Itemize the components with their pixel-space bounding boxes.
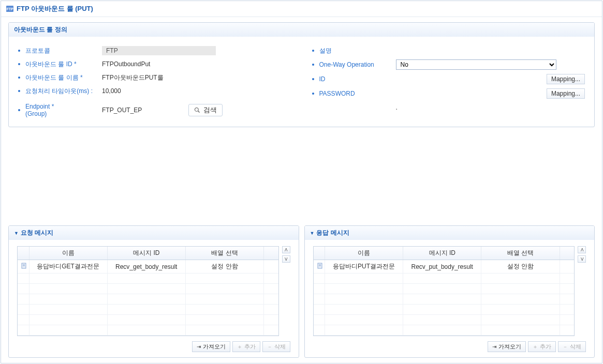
request-header[interactable]: ▼ 요청 메시지 bbox=[9, 226, 299, 240]
bullet-icon bbox=[18, 77, 20, 79]
request-title: 요청 메시지 bbox=[21, 229, 53, 237]
request-add-button[interactable]: ＋ 추가 bbox=[232, 341, 260, 352]
table-row-empty bbox=[18, 305, 278, 315]
response-row-array: 설정 안함 bbox=[481, 260, 560, 274]
request-body: 이름 메시지 ID 배열 선택 bbox=[9, 240, 299, 357]
response-row-msgid: Recv_put_body_result bbox=[403, 260, 481, 274]
request-col-name: 이름 bbox=[29, 247, 107, 260]
oneway-select[interactable]: No bbox=[396, 59, 556, 70]
table-row-empty bbox=[18, 325, 278, 336]
field-description: 설명 bbox=[312, 44, 585, 57]
response-reorder: ᐱ ᐯ bbox=[578, 246, 586, 263]
response-col-icon bbox=[314, 247, 325, 260]
page-header: FTP FTP 아웃바운드 룰 (PUT) bbox=[1, 1, 602, 17]
response-header-row: 이름 메시지 ID 배열 선택 bbox=[314, 247, 575, 260]
response-delete-button[interactable]: － 삭제 bbox=[558, 341, 586, 352]
table-row-empty bbox=[314, 274, 575, 284]
mapping-label: Mapping... bbox=[551, 90, 580, 97]
response-grid: 이름 메시지 ID 배열 선택 bbox=[313, 246, 575, 336]
add-label: 추가 bbox=[540, 343, 551, 351]
request-col-msgid: 메시지 ID bbox=[107, 247, 185, 260]
protocol-label: 프로토콜 bbox=[25, 47, 102, 55]
bullet-icon bbox=[18, 50, 20, 52]
request-col-icon bbox=[18, 247, 29, 260]
request-grid-area: 이름 메시지 ID 배열 선택 bbox=[17, 246, 290, 336]
table-row-empty bbox=[314, 325, 575, 336]
svg-line-1 bbox=[198, 111, 200, 113]
field-id: ID Mapping... bbox=[312, 72, 585, 86]
move-up-button[interactable]: ᐱ bbox=[578, 246, 586, 253]
bullet-icon bbox=[312, 93, 314, 95]
mapping-label: Mapping... bbox=[551, 75, 580, 83]
response-body: 이름 메시지 ID 배열 선택 bbox=[305, 240, 595, 357]
response-title: 응답 메시지 bbox=[316, 229, 349, 237]
endpoint-search-button[interactable]: 검색 bbox=[188, 104, 223, 116]
request-row-msgid: Recv_get_body_result bbox=[107, 260, 185, 274]
table-row[interactable]: 응답바디GET결과전문 Recv_get_body_result 설정 안함 bbox=[18, 260, 278, 274]
endpoint-value: FTP_OUT_EP bbox=[102, 107, 142, 114]
search-icon bbox=[194, 107, 200, 113]
minus-icon: － bbox=[267, 343, 272, 351]
table-row-empty bbox=[18, 294, 278, 305]
delete-label: 삭제 bbox=[274, 343, 286, 351]
import-label: 가져오기 bbox=[203, 343, 226, 351]
id-mapping-button[interactable]: Mapping... bbox=[547, 74, 585, 84]
bullet-icon bbox=[18, 90, 20, 92]
search-button-label: 검색 bbox=[203, 105, 217, 115]
endpoint-label-line2: (Group) bbox=[25, 110, 47, 117]
field-timeout: 요청처리 타임아웃(ms) : 10,000 bbox=[18, 84, 291, 98]
oneway-label: One-Way Operation bbox=[319, 61, 396, 68]
move-down-button[interactable]: ᐯ bbox=[578, 255, 586, 263]
definition-title: 아웃바운드 룰 정의 bbox=[14, 25, 67, 34]
rule-name-label: 아웃바운드 룰 이름 * bbox=[25, 73, 102, 82]
response-buttons: ⇥ 가져오기 ＋ 추가 － 삭제 bbox=[313, 341, 586, 352]
response-col-array: 배열 선택 bbox=[481, 247, 560, 260]
request-table: 이름 메시지 ID 배열 선택 bbox=[18, 247, 278, 336]
page-frame: FTP FTP 아웃바운드 룰 (PUT) 아웃바운드 룰 정의 프로토콜 FT… bbox=[1, 1, 602, 363]
request-row-array: 설정 안함 bbox=[185, 260, 263, 274]
endpoint-label: Endpoint * (Group) bbox=[25, 103, 102, 117]
table-row[interactable]: 응답바디PUT결과전문 Recv_put_body_result 설정 안함 bbox=[314, 260, 575, 274]
response-grid-area: 이름 메시지 ID 배열 선택 bbox=[313, 246, 586, 336]
table-row-empty bbox=[314, 294, 575, 305]
ftp-icon: FTP bbox=[6, 6, 13, 12]
delete-label: 삭제 bbox=[570, 343, 581, 351]
request-col-spacer bbox=[264, 247, 278, 260]
move-up-button[interactable]: ᐱ bbox=[282, 246, 290, 253]
add-label: 추가 bbox=[244, 343, 256, 351]
response-col-name: 이름 bbox=[325, 247, 403, 260]
response-add-button[interactable]: ＋ 추가 bbox=[528, 341, 556, 352]
request-panel: ▼ 요청 메시지 이름 메시지 ID bbox=[8, 225, 299, 358]
rule-name-value: FTP아웃바운드PUT룰 bbox=[102, 73, 164, 82]
bullet-icon bbox=[312, 50, 314, 52]
minus-icon: － bbox=[563, 343, 568, 351]
field-rule-name: 아웃바운드 룰 이름 * FTP아웃바운드PUT룰 bbox=[18, 71, 291, 84]
field-rule-id: 아웃바운드 룰 ID * FTPOutboundPut bbox=[18, 57, 291, 71]
password-mapping-button[interactable]: Mapping... bbox=[547, 88, 585, 99]
request-col-array: 배열 선택 bbox=[185, 247, 263, 260]
content: 아웃바운드 룰 정의 프로토콜 FTP 아웃바운드 룰 ID * FTPOutb… bbox=[1, 17, 602, 363]
table-row-empty bbox=[18, 315, 278, 325]
import-label: 가져오기 bbox=[498, 343, 521, 351]
table-row-empty bbox=[18, 274, 278, 284]
request-grid: 이름 메시지 ID 배열 선택 bbox=[17, 246, 279, 336]
definition-panel: 아웃바운드 룰 정의 프로토콜 FTP 아웃바운드 룰 ID * FTPOutb… bbox=[8, 22, 595, 127]
field-endpoint: Endpoint * (Group) FTP_OUT_EP 검색 bbox=[18, 101, 291, 119]
move-down-button[interactable]: ᐯ bbox=[282, 255, 290, 263]
response-table: 이름 메시지 ID 배열 선택 bbox=[314, 247, 575, 336]
password-label: PASSWORD bbox=[319, 90, 396, 97]
response-header[interactable]: ▼ 응답 메시지 bbox=[305, 226, 595, 240]
protocol-value: FTP bbox=[102, 46, 216, 55]
definition-left-col: 프로토콜 FTP 아웃바운드 룰 ID * FTPOutboundPut 아웃바… bbox=[18, 44, 291, 119]
request-delete-button[interactable]: － 삭제 bbox=[262, 341, 290, 352]
timeout-label: 요청처리 타임아웃(ms) : bbox=[25, 87, 102, 96]
request-import-button[interactable]: ⇥ 가져오기 bbox=[192, 341, 230, 352]
document-icon bbox=[21, 263, 27, 269]
bullet-icon bbox=[312, 64, 314, 66]
response-import-button[interactable]: ⇥ 가져오기 bbox=[488, 341, 526, 352]
document-icon bbox=[317, 263, 323, 269]
row-icon-cell bbox=[314, 260, 325, 274]
request-buttons: ⇥ 가져오기 ＋ 추가 － 삭제 bbox=[17, 341, 290, 352]
bullet-icon bbox=[18, 109, 20, 111]
rule-id-label: 아웃바운드 룰 ID * bbox=[25, 60, 102, 69]
